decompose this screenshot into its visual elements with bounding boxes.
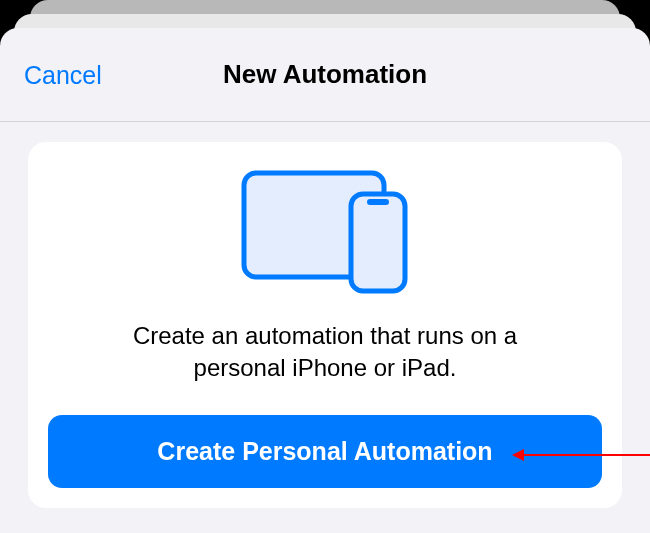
personal-automation-card: Create an automation that runs on a pers…: [28, 142, 622, 508]
cancel-button[interactable]: Cancel: [24, 60, 102, 89]
devices-icon: [241, 170, 409, 294]
svg-rect-2: [367, 199, 389, 205]
svg-rect-1: [351, 194, 405, 291]
modal-header: Cancel New Automation: [0, 28, 650, 122]
modal-content: Create an automation that runs on a pers…: [0, 122, 650, 533]
modal-sheet: Cancel New Automation Create an automati…: [0, 28, 650, 533]
create-personal-automation-button[interactable]: Create Personal Automation: [48, 415, 602, 488]
modal-title: New Automation: [223, 59, 427, 90]
card-description: Create an automation that runs on a pers…: [85, 320, 565, 385]
